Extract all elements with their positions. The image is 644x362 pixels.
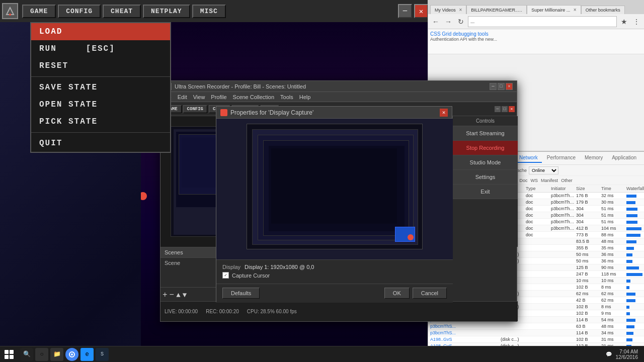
browser-refresh-btn[interactable]: ↻ bbox=[455, 16, 466, 27]
taskbar-steam-icon[interactable]: S bbox=[96, 348, 109, 361]
win-logo-br bbox=[10, 355, 14, 359]
obs-title: Ultra Screen Recorder - Profile: Bill - … bbox=[175, 83, 490, 89]
obs-start-streaming-btn[interactable]: Start Streaming bbox=[453, 126, 518, 141]
obs-studio-mode-btn[interactable]: Studio Mode bbox=[453, 155, 518, 170]
obs-emu-max[interactable]: □ bbox=[502, 106, 508, 112]
browser-content-area: CSS Grid debugging tools Authentication … bbox=[428, 29, 644, 54]
tab-myvideos-close[interactable]: × bbox=[459, 7, 462, 13]
obs-menu-profile[interactable]: Profile bbox=[211, 94, 226, 100]
tab-billparker-close[interactable]: × bbox=[522, 7, 525, 13]
devtools-tab-memory[interactable]: Memory bbox=[581, 153, 607, 163]
emu-config-btn[interactable]: CONFIG bbox=[58, 5, 101, 18]
props-title: Properties for 'Display Capture' bbox=[230, 109, 440, 116]
devtools-filter-other[interactable]: Other bbox=[561, 178, 573, 183]
obs-emu-config-btn[interactable]: CONFIG bbox=[183, 105, 207, 113]
obs-close-btn[interactable]: ✕ bbox=[506, 83, 513, 90]
obs-menu-edit[interactable]: Edit bbox=[178, 94, 187, 100]
tab-supermillionaire-close[interactable]: × bbox=[574, 7, 577, 13]
emu-pick-state-item[interactable]: PICK STATE bbox=[31, 113, 170, 130]
obs-emu-min[interactable]: ─ bbox=[495, 106, 501, 112]
devtools-col-type: Type bbox=[526, 186, 551, 191]
svg-point-3 bbox=[71, 353, 73, 355]
emu-quit-item[interactable]: QUIT bbox=[31, 135, 170, 152]
props-display-row: Display Display 1: 1920x1080 @ 0,0 bbox=[222, 264, 447, 270]
browser-forward-btn[interactable]: → bbox=[443, 16, 454, 27]
devtools-filter-ws[interactable]: WS bbox=[531, 178, 538, 183]
emu-win-controls: ─ ✕ bbox=[398, 4, 428, 18]
taskbar-notification-icon[interactable]: 💬 bbox=[606, 351, 612, 357]
browser-back-btn[interactable]: ← bbox=[430, 16, 441, 27]
browser-tab-myvideos[interactable]: My Videos × bbox=[430, 5, 466, 14]
windows-logo bbox=[5, 350, 14, 359]
obs-menu-help[interactable]: Help bbox=[299, 94, 311, 100]
browser-tab-billparker[interactable]: BILLPARKERGAMER... × bbox=[466, 5, 527, 14]
props-cancel-btn[interactable]: Cancel bbox=[413, 288, 447, 299]
devtools-tab-performance[interactable]: Performance bbox=[543, 153, 580, 163]
page-content-sub: Authentication API with the new... bbox=[430, 37, 642, 42]
devtools-col-initiator: Initiator bbox=[551, 186, 576, 191]
obs-menu-tools[interactable]: Tools bbox=[280, 94, 293, 100]
emu-load-item[interactable]: LOAD bbox=[31, 23, 170, 40]
start-button[interactable] bbox=[2, 347, 16, 361]
browser-tab-otherbookmarks[interactable]: Other bookmarks bbox=[581, 6, 625, 14]
emu-game-btn[interactable]: GAME bbox=[22, 5, 56, 18]
obs-rec-status: REC: 00:00:20 bbox=[206, 309, 239, 314]
taskbar-pinned-icons: 🔍 ○ 📁 e S bbox=[16, 348, 113, 361]
taskbar-date-display: 12/6/2016 bbox=[616, 354, 638, 360]
browser-menu-btn[interactable]: ⋮ bbox=[631, 16, 642, 27]
browser-address-input[interactable] bbox=[468, 16, 617, 27]
obs-menubar: File Edit View Profile Scene Collection … bbox=[160, 92, 517, 102]
obs-menu-view[interactable]: View bbox=[193, 94, 205, 100]
svg-marker-0 bbox=[7, 8, 14, 15]
props-icon bbox=[220, 109, 227, 116]
preview-layer4 bbox=[269, 146, 405, 231]
taskbar-search-icon[interactable]: 🔍 bbox=[20, 348, 33, 361]
obs-exit-btn[interactable]: Exit bbox=[453, 185, 518, 199]
emu-run-item[interactable]: RUN [ESC] bbox=[31, 40, 170, 57]
devtools-tab-network[interactable]: Network bbox=[515, 153, 542, 163]
devtools-tab-application[interactable]: Application bbox=[608, 153, 640, 163]
props-close-btn[interactable]: ✕ bbox=[440, 109, 448, 117]
obs-minimize-btn[interactable]: ─ bbox=[490, 83, 497, 90]
browser-bookmark-btn[interactable]: ★ bbox=[618, 16, 629, 27]
devtools-network-throttle[interactable]: Online Fast 3G Slow 3G Offline bbox=[529, 166, 558, 174]
emu-open-state-item[interactable]: OPEN STATE bbox=[31, 96, 170, 113]
devtools-table-row[interactable]: A198..GvS (disk c...) 102 B 31 ms bbox=[428, 336, 644, 343]
taskbar-explorer-icon[interactable]: 📁 bbox=[50, 348, 63, 361]
browser-tab-supermillionaire[interactable]: Super Millionaire ... × bbox=[527, 5, 581, 14]
obs-scene-up-btn[interactable]: ▲ bbox=[176, 291, 180, 299]
emu-cheat-btn[interactable]: CHEAT bbox=[103, 5, 141, 18]
devtools-table-row[interactable]: p3bcmThS... 63 B 48 ms bbox=[428, 323, 644, 330]
obs-controls-header: Controls bbox=[453, 116, 518, 126]
win-logo-bl bbox=[5, 355, 9, 359]
tab-billparker-label: BILLPARKERGAMER... bbox=[471, 8, 522, 13]
emu-misc-btn[interactable]: MISC bbox=[192, 5, 226, 18]
taskbar-cortana-icon[interactable]: ○ bbox=[35, 348, 48, 361]
obs-emu-close[interactable]: ✕ bbox=[509, 106, 515, 112]
obs-stop-recording-btn[interactable]: Stop Recording bbox=[453, 141, 518, 155]
emu-save-state-item[interactable]: SAVE STATE bbox=[31, 79, 170, 96]
emu-menubar: GAME CONFIG CHEAT NETPLAY MISC ─ ✕ bbox=[0, 0, 430, 22]
devtools-table-row[interactable]: p3bcmThS... 114 B 34 ms bbox=[428, 330, 644, 336]
emu-reset-item[interactable]: RESET bbox=[31, 57, 170, 74]
devtools-filter-doc[interactable]: Doc bbox=[520, 178, 528, 183]
taskbar-chrome-icon[interactable] bbox=[65, 348, 78, 361]
taskbar-systray: 💬 7:04 AM 12/6/2016 bbox=[606, 349, 642, 360]
emu-minimize-btn[interactable]: ─ bbox=[398, 4, 412, 18]
obs-controls-panel: Controls Start Streaming Stop Recording … bbox=[452, 116, 518, 247]
obs-add-scene-btn[interactable]: + bbox=[163, 291, 168, 300]
emu-netplay-btn[interactable]: NETPLAY bbox=[143, 5, 190, 18]
obs-remove-scene-btn[interactable]: − bbox=[170, 291, 175, 300]
props-ok-btn[interactable]: OK bbox=[384, 288, 410, 299]
taskbar-ie-icon[interactable]: e bbox=[80, 348, 94, 361]
props-defaults-btn[interactable]: Defaults bbox=[222, 288, 260, 299]
game-marker-left bbox=[141, 192, 147, 200]
obs-maximize-btn[interactable]: □ bbox=[498, 83, 505, 90]
obs-settings-btn[interactable]: Settings bbox=[453, 170, 518, 185]
props-capture-cursor-checkbox[interactable]: ✓ bbox=[222, 272, 229, 279]
devtools-filter-manifest[interactable]: Manifest bbox=[541, 178, 558, 183]
emu-close-btn[interactable]: ✕ bbox=[414, 4, 428, 18]
obs-scene-down-btn[interactable]: ▼ bbox=[183, 291, 187, 299]
props-preview bbox=[216, 119, 453, 259]
obs-menu-scene-collection[interactable]: Scene Collection bbox=[233, 94, 275, 100]
